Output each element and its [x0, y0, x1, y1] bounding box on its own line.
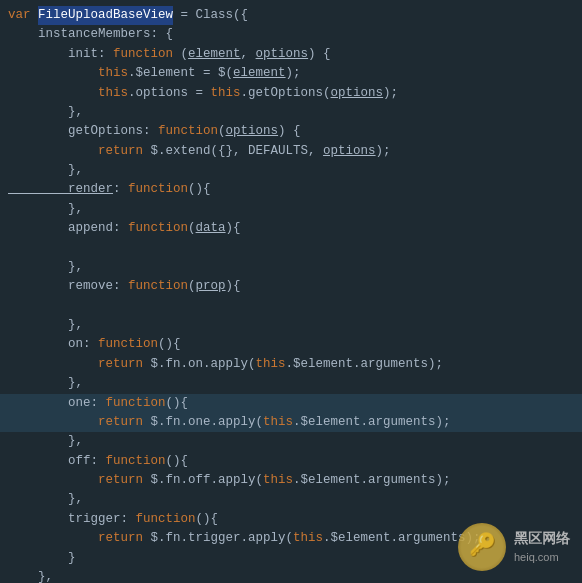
code-line-24: off: function(){	[0, 452, 582, 471]
code-line-4: this.$element = $(element);	[0, 64, 582, 83]
code-line-23: },	[0, 432, 582, 451]
code-editor: var FileUploadBaseView = Class({ instanc…	[0, 0, 582, 583]
code-line-1: var FileUploadBaseView = Class({	[0, 6, 582, 25]
watermark-sub: heiq.com	[514, 549, 559, 566]
watermark-site: 黑区网络	[514, 528, 570, 550]
code-line-14: },	[0, 258, 582, 277]
code-line-15: remove: function(prop){	[0, 277, 582, 296]
code-line-22: return $.fn.one.apply(this.$element.argu…	[0, 413, 582, 432]
code-line-18: on: function(){	[0, 335, 582, 354]
code-line-26: },	[0, 490, 582, 509]
code-line-11: },	[0, 200, 582, 219]
code-line-10: render: function(){	[0, 180, 582, 199]
watermark-icon: 🔑	[458, 523, 506, 571]
code-line-16	[0, 297, 582, 316]
watermark-text: 黑区网络 heiq.com	[514, 528, 570, 567]
code-line-12: append: function(data){	[0, 219, 582, 238]
code-line-13	[0, 239, 582, 258]
code-line-6: },	[0, 103, 582, 122]
code-line-8: return $.extend({}, DEFAULTS, options);	[0, 142, 582, 161]
code-line-19: return $.fn.on.apply(this.$element.argum…	[0, 355, 582, 374]
code-line-17: },	[0, 316, 582, 335]
code-line-3: init: function (element, options) {	[0, 45, 582, 64]
code-line-25: return $.fn.off.apply(this.$element.argu…	[0, 471, 582, 490]
code-line-5: this.options = this.getOptions(options);	[0, 84, 582, 103]
code-line-7: getOptions: function(options) {	[0, 122, 582, 141]
code-line-2: instanceMembers: {	[0, 25, 582, 44]
code-line-20: },	[0, 374, 582, 393]
code-line-21: one: function(){	[0, 394, 582, 413]
watermark: 🔑 黑区网络 heiq.com	[458, 523, 570, 571]
code-line-9: },	[0, 161, 582, 180]
